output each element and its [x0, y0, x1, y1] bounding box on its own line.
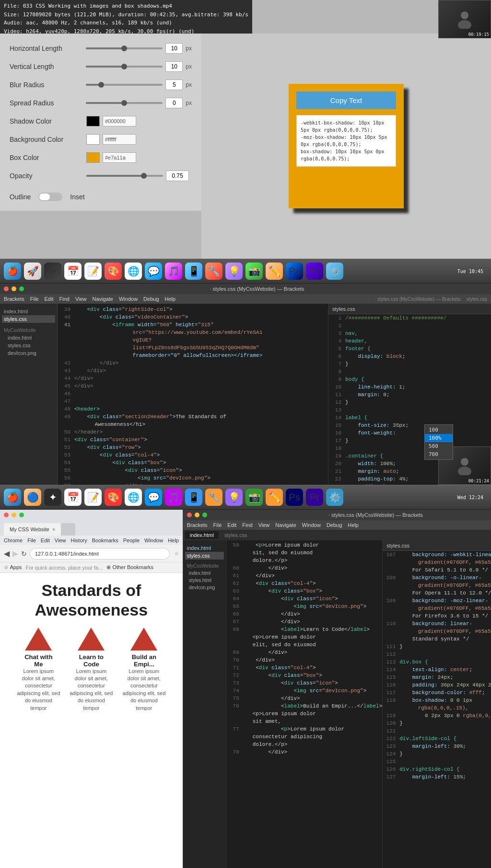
chrome-menu-chrome[interactable]: Chrome — [4, 537, 23, 543]
dock-finder[interactable]: 🍎 — [4, 263, 21, 280]
dock2-ps[interactable]: Ps — [286, 489, 303, 506]
dock2-sketch[interactable]: ✏️ — [266, 489, 283, 506]
dock2-color[interactable]: 🎨 — [105, 489, 122, 506]
bot-menu-debug[interactable]: Debug — [327, 522, 342, 528]
dock2-slack[interactable]: 💡 — [225, 489, 243, 506]
spread-radius-slider[interactable] — [86, 102, 163, 104]
opacity-input[interactable] — [166, 171, 189, 181]
other-bookmarks[interactable]: ⊕ Other Bookmarks — [106, 564, 153, 571]
bot-tab-index[interactable]: index.html — [185, 531, 219, 539]
bot-menu-view[interactable]: View — [258, 522, 270, 528]
dock-reminders[interactable]: 📝 — [84, 263, 102, 280]
box-color-swatch[interactable] — [86, 152, 100, 163]
chrome-menu-view[interactable]: View — [55, 537, 66, 543]
dock-messages[interactable]: 💬 — [145, 263, 162, 280]
apps-bookmark[interactable]: ☆ Apps — [4, 564, 22, 571]
dock-photoshop[interactable]: Ps — [286, 263, 303, 280]
close-dot[interactable] — [4, 286, 9, 291]
bot-maximize[interactable] — [202, 513, 207, 517]
bot-tab-styles[interactable]: styles.css — [220, 531, 252, 539]
forward-button[interactable]: ▶ — [12, 549, 18, 558]
opacity-slider[interactable] — [86, 175, 163, 177]
chrome-menu-people[interactable]: People — [123, 537, 140, 543]
dock2-calendar[interactable]: 📅 — [64, 489, 82, 506]
shadow-color-swatch[interactable] — [86, 116, 100, 126]
dock2-notes[interactable]: 📝 — [84, 489, 102, 506]
bot-close[interactable] — [187, 513, 192, 517]
menu-help[interactable]: Help — [165, 296, 176, 302]
toggle-off[interactable] — [51, 194, 61, 200]
autocomplete-100pct[interactable]: 100% — [425, 434, 453, 442]
chrome-menu-help[interactable]: Help — [168, 537, 179, 543]
bot-left-code[interactable]: 59 <p>Lorem ipsum dolor sit, sed do eius… — [226, 540, 383, 868]
background-color-swatch[interactable] — [86, 134, 100, 145]
sidebar-index-html[interactable]: index.html — [2, 308, 55, 315]
bot-file-index[interactable]: index.html — [185, 544, 224, 552]
dock2-icon2[interactable]: 🔵 — [24, 489, 41, 506]
dock-brackets[interactable]: ✦ — [44, 263, 61, 280]
menu-brackets[interactable]: Brackets — [4, 296, 24, 302]
bot-menu-brackets[interactable]: Brackets — [187, 522, 208, 528]
sidebar-devicon[interactable]: devIcon.png — [2, 349, 55, 357]
dock-chrome[interactable]: 🌐 — [125, 263, 142, 280]
bot-minimize[interactable] — [195, 513, 199, 517]
bot-proj-devicon[interactable]: devIcon.png — [185, 584, 224, 591]
tab1-close[interactable]: × — [52, 526, 55, 532]
menu-edit[interactable]: Edit — [45, 296, 54, 302]
expand-dot[interactable] — [19, 286, 24, 291]
dock-launchpad[interactable]: 🚀 — [24, 263, 41, 280]
dock-appstore[interactable]: 📱 — [185, 263, 202, 280]
autocomplete-100[interactable]: 100 — [425, 426, 453, 434]
sidebar-styles-css[interactable]: styles.css — [2, 315, 55, 323]
chrome-menu-bookmarks[interactable]: Bookmarks — [92, 537, 118, 543]
menu-window[interactable]: Window — [119, 296, 138, 302]
dock2-chrome[interactable]: 🌐 — [125, 489, 142, 506]
bot-menu-help[interactable]: Help — [348, 522, 359, 528]
chrome-tab-1[interactable]: My CSS Website × — [4, 523, 61, 536]
shadow-color-input[interactable] — [103, 116, 136, 126]
dock-launchpad2[interactable]: 🎨 — [105, 263, 122, 280]
left-code-panel[interactable]: 39 <div class="rightSide-col"> 40 <div c… — [58, 304, 328, 485]
bot-menu-find[interactable]: Find — [242, 522, 252, 528]
dock-capture[interactable]: 📸 — [246, 263, 263, 280]
toggle-on[interactable] — [39, 194, 50, 200]
bot-file-styles[interactable]: styles.css — [185, 552, 224, 560]
outline-toggle[interactable] — [38, 193, 62, 201]
chrome-menu-history[interactable]: History — [70, 537, 87, 543]
right-code-panel[interactable]: styles.css 1/########## Defaults #######… — [328, 304, 491, 485]
bot-menu-window[interactable]: Window — [302, 522, 321, 528]
dock2-msg[interactable]: 💬 — [145, 489, 162, 506]
autocomplete-500[interactable]: 500 — [425, 442, 453, 450]
bot-menu-edit[interactable]: Edit — [227, 522, 236, 528]
bookmark-star[interactable]: ☆ — [175, 551, 179, 556]
copy-text-button[interactable]: Copy Text — [296, 91, 396, 109]
autocomplete-700[interactable]: 700 — [425, 450, 453, 458]
dock2-cap[interactable]: 📸 — [246, 489, 263, 506]
spread-radius-input[interactable] — [165, 98, 183, 108]
horizontal-length-input[interactable] — [165, 43, 183, 54]
dock2-music[interactable]: 🎵 — [165, 489, 182, 506]
dock2-extra[interactable]: ⚙️ — [326, 489, 343, 506]
address-bar[interactable]: 127.0.0.1:48671/index.html — [30, 548, 170, 560]
menu-debug[interactable]: Debug — [143, 296, 159, 302]
bot-menu-file[interactable]: File — [213, 522, 222, 528]
dock-extra[interactable]: ⚙️ — [326, 263, 343, 280]
blur-radius-slider[interactable] — [86, 84, 163, 86]
dock2-figma[interactable]: 🔧 — [205, 489, 222, 506]
dock2-brackets[interactable]: ✦ — [44, 489, 61, 506]
chrome-menu-window[interactable]: Window — [144, 537, 163, 543]
chrome-minimize[interactable] — [12, 513, 16, 517]
dock2-appstore[interactable]: 📱 — [185, 489, 202, 506]
bot-proj-index[interactable]: index.html — [185, 570, 224, 577]
dock-slack[interactable]: 💡 — [225, 263, 243, 280]
chrome-tab-2[interactable] — [61, 523, 75, 536]
back-button[interactable]: ◀ — [4, 549, 10, 558]
horizontal-length-slider[interactable] — [86, 47, 163, 49]
chrome-menu-file[interactable]: File — [27, 537, 36, 543]
dock2-pr[interactable]: Pr — [306, 489, 323, 506]
dock-itunes[interactable]: 🎵 — [165, 263, 182, 280]
chrome-close[interactable] — [4, 513, 9, 517]
chrome-menu-edit[interactable]: Edit — [41, 537, 50, 543]
box-color-input[interactable] — [103, 152, 136, 163]
dock-figma[interactable]: 🔧 — [205, 263, 222, 280]
